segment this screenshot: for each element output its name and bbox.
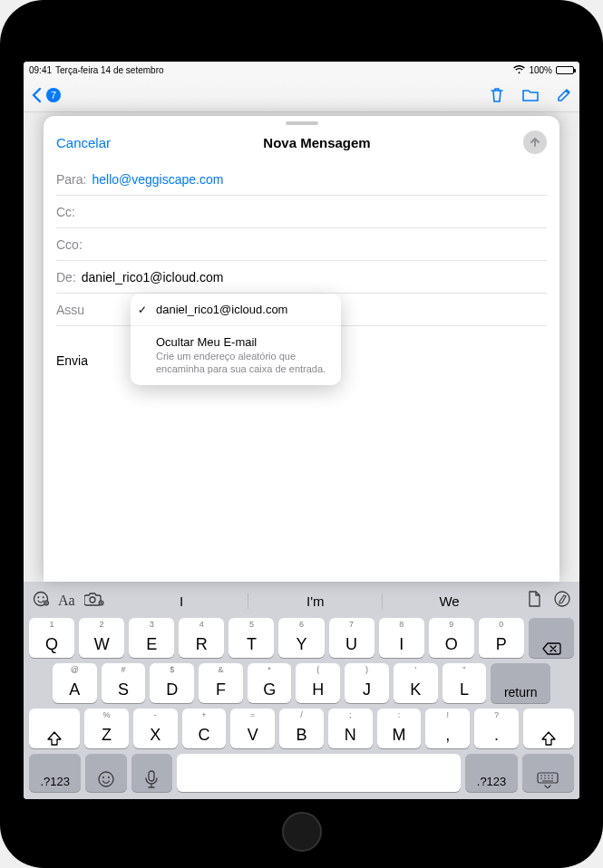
key-y[interactable]: 6Y [278, 618, 324, 658]
toolbar-right [489, 86, 572, 104]
key-period[interactable]: ?. [474, 709, 519, 748]
suggestion-3[interactable]: We [382, 593, 516, 609]
key-g[interactable]: *G [248, 663, 292, 703]
key-dictation[interactable] [131, 754, 172, 792]
svg-point-10 [102, 776, 104, 778]
key-t[interactable]: 5T [229, 618, 274, 658]
key-e[interactable]: 3E [129, 618, 174, 658]
key-c[interactable]: +C [182, 709, 227, 748]
keyboard-rows: 1Q 2W 3E 4R 5T 6Y 7U 8I 9O 0P @A [27, 618, 576, 792]
key-m[interactable]: :M [377, 709, 422, 748]
body-preview-text: Envia [56, 353, 88, 368]
keyboard-suggestions: I I'm We [115, 593, 516, 609]
key-return[interactable]: return [491, 663, 550, 703]
checkmark-icon: ✓ [138, 304, 147, 316]
key-u[interactable]: 7U [329, 618, 374, 658]
key-s[interactable]: #S [102, 663, 146, 703]
key-k[interactable]: 'K [394, 663, 438, 703]
svg-point-6 [90, 597, 95, 603]
markup-icon[interactable] [554, 591, 570, 611]
svg-point-11 [108, 776, 110, 778]
status-left: 09:41 Terça-feira 14 de setembro [29, 65, 164, 75]
status-time: 09:41 [29, 65, 52, 75]
key-w[interactable]: 2W [79, 618, 124, 658]
keyboard-toolbar-right [527, 591, 570, 611]
key-l[interactable]: "L [443, 663, 487, 703]
keyboard: Aa I I'm We [24, 582, 579, 799]
cancel-button[interactable]: Cancelar [56, 135, 111, 150]
folder-icon[interactable] [521, 88, 540, 102]
svg-text:7: 7 [51, 90, 56, 101]
svg-point-4 [43, 596, 44, 598]
compose-header: Cancelar Nova Mensagem [44, 125, 559, 163]
mail-toolbar: 7 [24, 78, 579, 112]
key-z[interactable]: %Z [84, 709, 129, 748]
key-d[interactable]: $D [150, 663, 194, 703]
battery-icon [556, 66, 574, 74]
screen: 09:41 Terça-feira 14 de setembro 100% 7 [24, 62, 579, 799]
key-backspace[interactable] [529, 618, 574, 658]
keyboard-toolbar-left: Aa [33, 591, 104, 611]
camera-icon[interactable] [84, 592, 104, 610]
key-symbols-left[interactable]: .?123 [29, 754, 81, 792]
svg-point-9 [99, 772, 113, 786]
unread-badge-icon[interactable]: 7 [45, 87, 62, 103]
key-emoji[interactable] [85, 754, 126, 792]
key-b[interactable]: /B [279, 709, 324, 748]
from-option-hide-my-email[interactable]: Ocultar Meu E-mail Crie um endereço alea… [131, 326, 341, 385]
key-comma[interactable]: !, [425, 709, 470, 748]
compose-sheet: Cancelar Nova Mensagem Para: hello@veggi… [44, 116, 559, 582]
cc-label: Cc: [56, 205, 75, 219]
home-button[interactable] [282, 812, 322, 852]
to-field[interactable]: Para: hello@veggiscape.com [56, 163, 547, 196]
wifi-icon [513, 65, 525, 74]
key-symbols-right[interactable]: .?123 [465, 754, 517, 792]
key-p[interactable]: 0P [479, 618, 524, 658]
text-format-icon[interactable]: Aa [58, 593, 75, 609]
keyboard-toolbar: Aa I I'm We [27, 587, 576, 614]
key-h[interactable]: (H [296, 663, 340, 703]
suggestion-1[interactable]: I [115, 593, 248, 609]
key-j[interactable]: )J [345, 663, 389, 703]
status-right: 100% [513, 65, 574, 75]
svg-rect-12 [149, 771, 154, 781]
key-o[interactable]: 9O [429, 618, 474, 658]
compose-title: Nova Mensagem [263, 135, 370, 150]
svg-point-8 [555, 592, 569, 606]
key-n[interactable]: ;N [328, 709, 373, 748]
key-hide-keyboard[interactable] [522, 754, 574, 792]
suggestion-2[interactable]: I'm [248, 593, 382, 609]
bcc-field[interactable]: Cco: [56, 228, 547, 261]
key-f[interactable]: &F [199, 663, 243, 703]
to-label: Para: [56, 172, 86, 187]
key-q[interactable]: 1Q [29, 618, 74, 658]
to-value[interactable]: hello@veggiscape.com [92, 172, 223, 187]
key-r[interactable]: 4R [179, 618, 224, 658]
send-button[interactable] [523, 130, 547, 154]
from-field[interactable]: De: daniel_rico1@icloud.com [56, 261, 547, 294]
emoji-toolbar-icon[interactable] [33, 591, 49, 611]
battery-percent: 100% [529, 65, 552, 75]
back-chevron-icon[interactable] [31, 87, 42, 103]
key-x[interactable]: -X [133, 709, 178, 748]
compose-icon[interactable] [556, 87, 572, 103]
key-space[interactable] [177, 754, 462, 792]
keyboard-row-3: %Z -X +C =V /B ;N :M !, ?. [27, 709, 576, 748]
scan-document-icon[interactable] [527, 591, 541, 611]
svg-point-3 [37, 596, 39, 598]
status-bar: 09:41 Terça-feira 14 de setembro 100% [24, 62, 579, 78]
from-value[interactable]: daniel_rico1@icloud.com [82, 270, 224, 285]
bcc-label: Cco: [56, 237, 83, 252]
keyboard-row-4: .?123 .?123 [27, 754, 576, 792]
key-shift-left[interactable] [29, 709, 80, 748]
from-option-email: daniel_rico1@icloud.com [156, 303, 330, 316]
key-i[interactable]: 8I [379, 618, 424, 658]
key-v[interactable]: =V [230, 709, 275, 748]
from-address-popover: ✓ daniel_rico1@icloud.com Ocultar Meu E-… [131, 294, 341, 385]
from-option-current[interactable]: ✓ daniel_rico1@icloud.com [131, 294, 341, 326]
trash-icon[interactable] [489, 86, 505, 104]
key-a[interactable]: @A [53, 663, 97, 703]
cc-field[interactable]: Cc: [56, 196, 547, 228]
toolbar-left: 7 [31, 87, 62, 103]
key-shift-right[interactable] [523, 709, 574, 748]
